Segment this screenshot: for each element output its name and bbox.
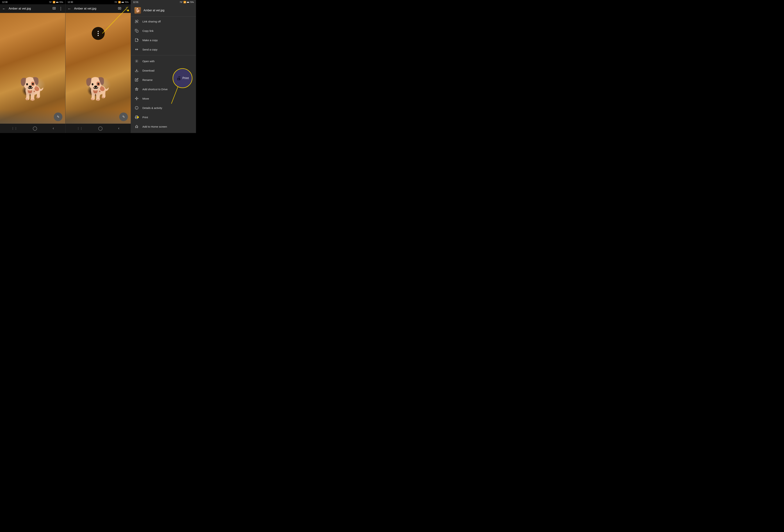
- status-bar-menu: 12:31 79° 📶 ■■ 70%: [131, 0, 196, 4]
- menu-item-remove[interactable]: Remove: [131, 131, 196, 133]
- rename-icon: [135, 78, 139, 82]
- wifi-icon-1: 📶: [53, 1, 55, 3]
- menu-item-open-with[interactable]: Open with: [131, 56, 196, 66]
- menu-item-make-copy[interactable]: Make a copy: [131, 35, 196, 45]
- phone-panel-2: 12:30 79° 📶 ■■ 70% ← Amber at vet.jpg ⋮: [65, 0, 131, 133]
- menu-item-copy-link[interactable]: Copy link: [131, 26, 196, 35]
- make-copy-icon: [135, 38, 139, 42]
- photo-area-1: [0, 13, 65, 124]
- status-icons-menu: 79° 📶 ■■ 70%: [179, 1, 194, 3]
- signal-icon-1: ■■: [56, 1, 58, 3]
- back-nav-1[interactable]: ‹: [53, 126, 54, 131]
- edit-fab-2[interactable]: ✎: [119, 113, 128, 121]
- battery-display-2: 70%: [124, 1, 129, 3]
- details-label: Details & activity: [142, 107, 162, 110]
- comment-icon-2[interactable]: [118, 7, 121, 10]
- add-home-svg: [135, 125, 138, 128]
- open-with-icon: [135, 59, 139, 63]
- file-title-1: Amber at vet.jpg: [9, 7, 52, 10]
- menu-item-details[interactable]: Details & activity: [131, 103, 196, 113]
- send-copy-svg: [135, 48, 138, 51]
- wifi-icon-menu: 📶: [184, 1, 186, 3]
- menu-button-dot: [127, 9, 129, 11]
- thumbnail-emoji: 🐕: [135, 8, 140, 13]
- add-shortcut-svg: [135, 87, 138, 91]
- status-bar-1: 12:30 79° 📶 ■■ 70%: [0, 0, 65, 4]
- add-home-icon: [135, 124, 139, 129]
- battery-display-1: 70%: [59, 1, 63, 3]
- copy-link-label: Copy link: [142, 29, 153, 32]
- svg-point-9: [136, 61, 137, 62]
- info-icon: [135, 106, 139, 110]
- top-bar-1: ← Amber at vet.jpg ⋮: [0, 4, 65, 13]
- open-with-label: Open with: [142, 60, 155, 63]
- nav-bar-2: ⋮⋮ ◯ ‹: [65, 124, 131, 133]
- menu-panel: 12:31 79° 📶 ■■ 70% 🐕 Amber at vet.jpg Li…: [131, 0, 196, 133]
- menu-item-download[interactable]: Download: [131, 66, 196, 75]
- dot-2: [97, 33, 99, 34]
- menu-file-title: Amber at vet.jpg: [143, 9, 165, 12]
- time-display-1: 12:30: [2, 1, 7, 3]
- download-svg: [135, 69, 138, 72]
- rename-svg: [135, 78, 138, 82]
- menu-item-print[interactable]: Print: [131, 113, 196, 122]
- back-button-2[interactable]: ←: [67, 7, 71, 11]
- file-thumbnail: 🐕: [135, 7, 141, 14]
- menu-nav-1[interactable]: ⋮⋮: [11, 127, 18, 130]
- link-sharing-label: Link sharing off: [142, 20, 161, 23]
- menu-item-rename[interactable]: Rename: [131, 75, 196, 85]
- status-icons-1: 79° 📶 ■■ 70%: [49, 1, 63, 3]
- menu-item-add-shortcut[interactable]: Add shortcut to Drive: [131, 85, 196, 94]
- time-display-menu: 12:31: [133, 1, 138, 3]
- menu-items-list: Link sharing off Copy link Make a cop: [131, 17, 196, 133]
- battery-display-menu: 70%: [190, 1, 194, 3]
- back-nav-2[interactable]: ‹: [118, 126, 119, 131]
- move-icon: [135, 96, 139, 101]
- menu-item-add-home[interactable]: Add to Home screen: [131, 122, 196, 131]
- wifi-icon-2: 📶: [118, 1, 121, 3]
- print-label: Print: [142, 116, 148, 119]
- svg-rect-8: [136, 30, 138, 32]
- comment-svg-2: [118, 7, 121, 10]
- edit-fab-1[interactable]: ✎: [54, 113, 62, 121]
- signal-icon-2: ■■: [121, 1, 124, 3]
- dot-1: [97, 31, 99, 32]
- phone-panel-1: 12:30 79° 📶 ■■ 70% ← Amber at vet.jpg ⋮: [0, 0, 65, 133]
- menu-item-send-copy[interactable]: Send a copy: [131, 45, 196, 54]
- top-bar-2: ← Amber at vet.jpg ⋮: [65, 4, 131, 13]
- open-with-svg: [135, 59, 138, 63]
- add-home-label: Add to Home screen: [142, 125, 167, 128]
- comment-icon-1[interactable]: [52, 7, 56, 10]
- signal-icon-menu: ■■: [187, 1, 189, 3]
- dot-3: [97, 35, 99, 36]
- more-options-button-1[interactable]: ⋮: [59, 6, 63, 11]
- file-title-2: Amber at vet.jpg: [74, 7, 118, 10]
- status-bar-2: 12:30 79° 📶 ■■ 70%: [65, 0, 131, 4]
- top-bar-icons-1: ⋮: [52, 6, 63, 11]
- send-copy-label: Send a copy: [142, 48, 157, 51]
- home-nav-2[interactable]: ◯: [98, 126, 103, 131]
- send-copy-icon: [135, 47, 139, 52]
- download-icon: [135, 68, 139, 72]
- copy-link-svg: [135, 29, 138, 32]
- move-svg: [135, 97, 138, 100]
- copy-link-icon: [135, 29, 139, 33]
- info-svg: [135, 106, 138, 110]
- add-shortcut-icon: [135, 87, 139, 91]
- home-nav-1[interactable]: ◯: [33, 126, 37, 131]
- time-display-2: 12:30: [67, 1, 73, 3]
- temp-display-2: 79°: [114, 1, 117, 3]
- download-label: Download: [142, 69, 155, 72]
- top-bar-icons-2: ⋮: [118, 6, 129, 11]
- menu-nav-2[interactable]: ⋮⋮: [77, 127, 83, 130]
- back-button-1[interactable]: ←: [2, 7, 6, 11]
- menu-item-link-sharing[interactable]: Link sharing off: [131, 17, 196, 26]
- make-copy-label: Make a copy: [142, 39, 158, 42]
- more-options-button-2[interactable]: ⋮: [124, 6, 129, 11]
- menu-header: 🐕 Amber at vet.jpg: [131, 4, 196, 17]
- rename-label: Rename: [142, 78, 153, 81]
- pencil-icon-2: ✎: [122, 115, 125, 119]
- link-off-icon: [135, 19, 139, 24]
- nav-bar-1: ⋮⋮ ◯ ‹: [0, 124, 65, 133]
- menu-item-move[interactable]: Move: [131, 94, 196, 103]
